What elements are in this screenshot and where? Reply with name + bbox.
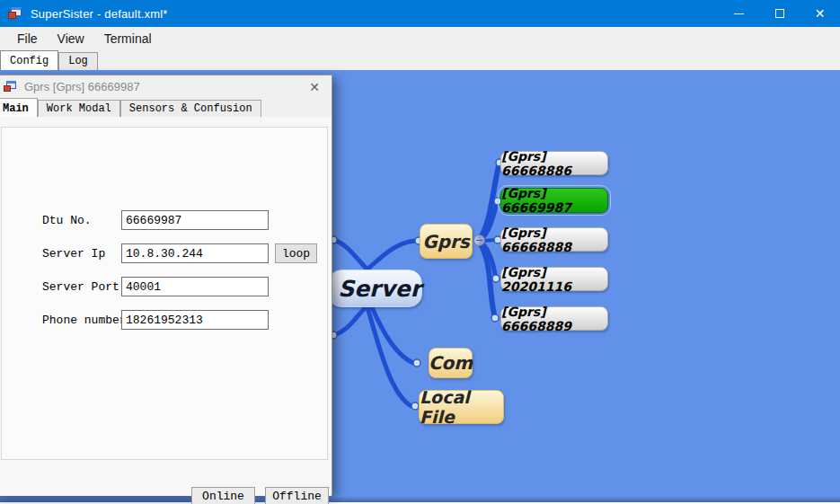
dtu-no-input[interactable]	[121, 210, 269, 230]
dialog-tabs: Main Work Modal Sensors & Confusion	[0, 98, 332, 117]
menu-bar: File View Terminal	[0, 27, 840, 50]
dtu-no-label: Dtu No.	[42, 214, 92, 227]
app-icon	[8, 7, 22, 20]
collapse-icon[interactable]	[473, 234, 485, 246]
tab-sensors-confusion[interactable]: Sensors & Confusion	[120, 100, 261, 117]
maximize-icon	[775, 9, 784, 18]
tab-work-modal[interactable]: Work Modal	[38, 100, 120, 117]
minimize-button[interactable]	[719, 0, 759, 27]
server-ip-label: Server Ip	[42, 247, 105, 261]
phone-number-input[interactable]	[121, 310, 269, 330]
document-tabs: Config Log	[0, 50, 840, 70]
offline-button[interactable]: Offline	[265, 487, 329, 504]
menu-terminal[interactable]: Terminal	[94, 27, 162, 50]
window-title: SuperSister - default.xml*	[31, 7, 168, 21]
window-controls: ✕	[719, 0, 840, 27]
map-bottom-border	[0, 496, 840, 502]
loop-button[interactable]: loop	[275, 243, 317, 263]
node-gprs-66669987-selected[interactable]: [Gprs] 66669987	[500, 188, 608, 213]
tab-config[interactable]: Config	[0, 50, 58, 70]
node-gprs-66668886[interactable]: [Gprs] 66668886	[500, 151, 608, 175]
online-button[interactable]: Online	[191, 487, 255, 504]
window-titlebar: SuperSister - default.xml* ✕	[0, 0, 840, 27]
node-local-file[interactable]: Local File	[419, 390, 504, 424]
node-com-label: Com	[429, 352, 473, 374]
gprs-dialog: Gprs [Gprs] 66669987 ✕ Main Work Modal S…	[0, 75, 332, 495]
node-gprs-label: Gprs	[422, 231, 470, 252]
close-icon: ✕	[815, 7, 826, 20]
settings-groupbox: Dtu No. Server Ip loop Server Port Phone…	[1, 127, 328, 460]
close-button[interactable]: ✕	[800, 0, 840, 27]
tab-log[interactable]: Log	[58, 52, 98, 70]
server-port-label: Server Port	[42, 280, 119, 294]
dialog-icon	[4, 81, 17, 93]
phone-number-label: Phone number	[42, 314, 127, 327]
maximize-button[interactable]	[759, 0, 800, 27]
node-gprs[interactable]: Gprs	[420, 224, 473, 259]
dialog-titlebar[interactable]: Gprs [Gprs] 66669987 ✕	[0, 75, 332, 98]
node-gprs-66668889[interactable]: [Gprs] 66668889	[500, 306, 608, 331]
menu-view[interactable]: View	[48, 27, 94, 50]
node-label: [Gprs] 66668886	[501, 149, 607, 178]
node-label: [Gprs] 66668889	[501, 305, 607, 333]
node-com[interactable]: Com	[429, 348, 473, 378]
minimize-icon	[734, 13, 744, 14]
server-ip-input[interactable]	[121, 243, 269, 263]
menu-file[interactable]: File	[7, 27, 48, 50]
dialog-body: Dtu No. Server Ip loop Server Port Phone…	[0, 117, 332, 496]
node-gprs-20201116[interactable]: [Gprs] 20201116	[500, 267, 608, 291]
server-port-input[interactable]	[121, 277, 269, 296]
tab-main[interactable]: Main	[0, 98, 38, 117]
node-label: [Gprs] 66668888	[501, 225, 607, 254]
node-server[interactable]: Server	[328, 270, 422, 307]
node-label: [Gprs] 20201116	[501, 265, 607, 294]
dialog-title: Gprs [Gprs] 66669987	[24, 80, 140, 93]
node-label: [Gprs] 66669987	[501, 186, 607, 215]
node-server-label: Server	[338, 276, 421, 302]
node-gprs-66668888[interactable]: [Gprs] 66668888	[500, 227, 608, 252]
node-local-file-label: Local File	[420, 387, 503, 427]
dialog-close-button[interactable]: ✕	[306, 80, 323, 94]
